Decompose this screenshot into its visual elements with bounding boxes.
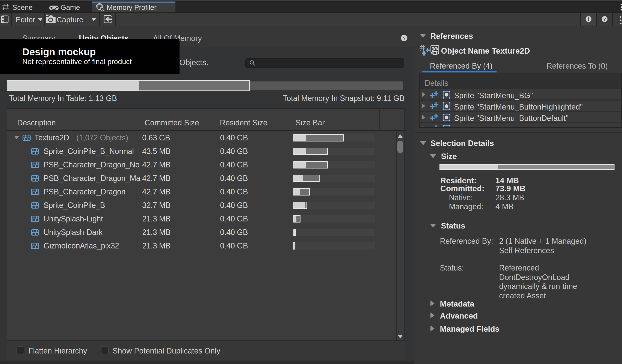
svg-text:?: ? xyxy=(403,36,406,40)
svg-text:?: ? xyxy=(603,17,606,21)
